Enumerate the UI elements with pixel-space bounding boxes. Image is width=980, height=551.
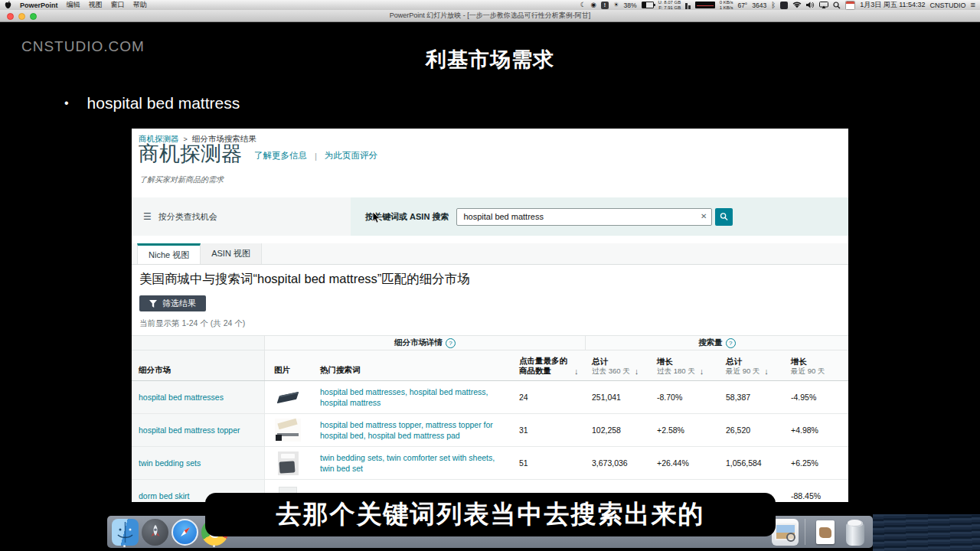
- filter-results-button[interactable]: 筛选结果: [139, 295, 206, 311]
- growth-90-value: -88.45%: [785, 491, 848, 500]
- table-row: twin bedding sets twin bedding sets, twi…: [132, 447, 848, 480]
- running-indicator-dot: [213, 545, 215, 547]
- fan-speed-readout[interactable]: 3643: [752, 2, 766, 9]
- presentation-slide: CNSTUDIO.COM 利基市场需求 • hospital bed mattr…: [0, 21, 980, 551]
- col-keywords: 热门搜索词: [320, 350, 505, 380]
- col-top-clicked[interactable]: 点击量最多的商品数量 ↓: [505, 350, 586, 380]
- total-360-value: 3,673,036: [586, 458, 651, 468]
- cpu-graph-icon[interactable]: [695, 2, 715, 8]
- menu-bar-username[interactable]: CNSTUDIO: [930, 2, 966, 9]
- product-thumbnail[interactable]: [274, 451, 302, 475]
- menu-bar-clock[interactable]: 1月3日 周五 11:54:32: [860, 0, 925, 10]
- window-title-bar: PowerPoint 幻灯片放映 - [一步一步教你选品可行性分析案例-阿甘]: [0, 10, 980, 22]
- total-90-value: 26,520: [720, 425, 785, 435]
- close-window-button[interactable]: [7, 13, 14, 20]
- battery-percent: 38%: [624, 2, 637, 9]
- col-growth-180[interactable]: 增长过去 180 天 ↓: [651, 350, 720, 380]
- preview-dock-icon[interactable]: [772, 519, 799, 546]
- growth-180-value: +26.44%: [651, 458, 720, 468]
- top-keywords-link[interactable]: hospital bed mattress topper, mattress t…: [320, 420, 493, 440]
- bluetooth-icon[interactable]: ᛒ: [771, 2, 776, 9]
- temperature-readout[interactable]: 67°: [737, 2, 747, 9]
- rate-page-link[interactable]: 为此页面评分: [325, 150, 377, 161]
- keyword-search-input[interactable]: [456, 208, 712, 226]
- page-tagline: 了解买家对新商品的需求: [139, 174, 224, 185]
- subtitle-caption: 去那个关键词列表当中去搜索出来的: [205, 493, 776, 536]
- wifi-icon[interactable]: [792, 2, 802, 8]
- network-speed[interactable]: 0 KB/s 1 KB/s: [720, 0, 733, 10]
- magnifier-icon: [720, 212, 728, 221]
- calendar-icon[interactable]: [845, 1, 855, 10]
- menu-bar-left: PowerPoint 编辑 视图 窗口 帮助: [5, 0, 147, 10]
- zoom-window-button[interactable]: [30, 13, 37, 20]
- clear-search-icon[interactable]: ✕: [701, 212, 707, 220]
- niche-link[interactable]: hospital bed mattress topper: [139, 425, 240, 435]
- help-icon[interactable]: ?: [726, 338, 736, 348]
- niche-link[interactable]: twin bedding sets: [139, 458, 201, 468]
- page-title: 商机探测器: [139, 144, 242, 165]
- total-360-value: 251,041: [586, 393, 651, 402]
- input-method-icon[interactable]: [780, 2, 788, 9]
- screen: { "glyphs": { "bullet": "•", "chevron": …: [0, 0, 980, 551]
- clicked-products-value: 51: [505, 458, 586, 468]
- desktop-wallpaper: [873, 514, 980, 551]
- top-keywords-link[interactable]: twin bedding sets, twin comforter set wi…: [320, 453, 495, 473]
- window-controls: [7, 13, 37, 20]
- table-row: hospital bed mattresses hospital bed mat…: [132, 381, 848, 414]
- slide-title: 利基市场需求: [0, 46, 980, 73]
- finder-dock-icon[interactable]: [112, 519, 139, 546]
- airplay-display-icon[interactable]: [819, 2, 828, 8]
- browse-by-category[interactable]: ☰ 按分类查找机会: [132, 197, 351, 236]
- memory-stats[interactable]: U: 8.07 GB F: 7.91 GB: [658, 0, 681, 10]
- tab-niche-view[interactable]: Niche 视图: [137, 243, 201, 264]
- sort-arrow-icon[interactable]: ↓: [574, 367, 579, 376]
- tab-asin-view[interactable]: ASIN 视图: [201, 243, 262, 264]
- top-keywords-link[interactable]: hospital bed mattresses, hospital bed ma…: [320, 387, 488, 407]
- sort-arrow-icon[interactable]: ↓: [700, 367, 704, 376]
- eye-icon[interactable]: ◉: [590, 2, 596, 8]
- menu-powerpoint[interactable]: PowerPoint: [20, 2, 58, 9]
- alert-icon[interactable]: !: [601, 2, 609, 9]
- col-growth-90[interactable]: 增长最近 90 天: [785, 350, 848, 380]
- group-search-volume: 搜索量 ?: [586, 336, 848, 350]
- volume-icon[interactable]: [806, 2, 815, 8]
- search-button[interactable]: [715, 208, 733, 226]
- results-count: 当前显示第 1-24 个 (共 24 个): [139, 318, 245, 329]
- niche-link[interactable]: dorm bed skirt: [139, 491, 190, 500]
- menu-edit[interactable]: 编辑: [67, 0, 80, 10]
- mouse-cursor: [372, 211, 381, 226]
- downloads-dock-icon[interactable]: [812, 519, 838, 546]
- product-thumbnail[interactable]: [274, 418, 302, 442]
- minimize-window-button[interactable]: [18, 13, 25, 20]
- product-thumbnail[interactable]: [274, 385, 302, 409]
- keyword-search-section: 按关键词或 ASIN 搜索 ✕: [351, 197, 848, 236]
- menu-bar-status: ☾ ◉ ! ☀ 38% U: 8.07 GB F: 7.91 GB 0 KB/s…: [580, 0, 975, 10]
- list-menu-icon[interactable]: ≡: [971, 1, 975, 9]
- help-icon[interactable]: ?: [446, 338, 456, 348]
- sort-arrow-icon[interactable]: ↓: [764, 367, 769, 376]
- cpu-meter-icon[interactable]: [685, 2, 691, 9]
- search-toolbar: ☰ 按分类查找机会 按关键词或 ASIN 搜索 ✕: [132, 197, 848, 236]
- launchpad-dock-icon[interactable]: [142, 519, 168, 546]
- apple-logo-icon[interactable]: [5, 1, 11, 9]
- funnel-icon: [149, 300, 157, 308]
- sort-arrow-icon[interactable]: ↓: [635, 367, 639, 376]
- menu-window[interactable]: 窗口: [111, 0, 125, 10]
- learn-more-link[interactable]: 了解更多信息: [254, 150, 307, 161]
- group-niche-details: 细分市场详情 ?: [265, 336, 586, 350]
- brightness-icon[interactable]: ☀: [613, 2, 619, 8]
- browse-label: 按分类查找机会: [158, 211, 217, 223]
- running-indicator-dot: [123, 545, 126, 547]
- moon-icon[interactable]: ☾: [580, 2, 586, 8]
- col-total-90[interactable]: 总计最近 90 天 ↓: [720, 350, 785, 380]
- safari-dock-icon[interactable]: [172, 519, 198, 546]
- niche-link[interactable]: hospital bed mattresses: [139, 393, 224, 402]
- trash-dock-icon[interactable]: [841, 519, 868, 546]
- opportunity-explorer-screenshot: 商机探测器 > 细分市场搜索结果 商机探测器 了解更多信息 | 为此页面评分 了…: [132, 129, 848, 502]
- menu-help[interactable]: 帮助: [133, 0, 147, 10]
- col-total-360[interactable]: 总计过去 360 天 ↓: [586, 350, 651, 380]
- menu-view[interactable]: 视图: [89, 0, 103, 10]
- growth-90-value: -4.95%: [785, 393, 848, 402]
- battery-icon[interactable]: [642, 2, 654, 8]
- spotlight-search-icon[interactable]: [833, 2, 841, 9]
